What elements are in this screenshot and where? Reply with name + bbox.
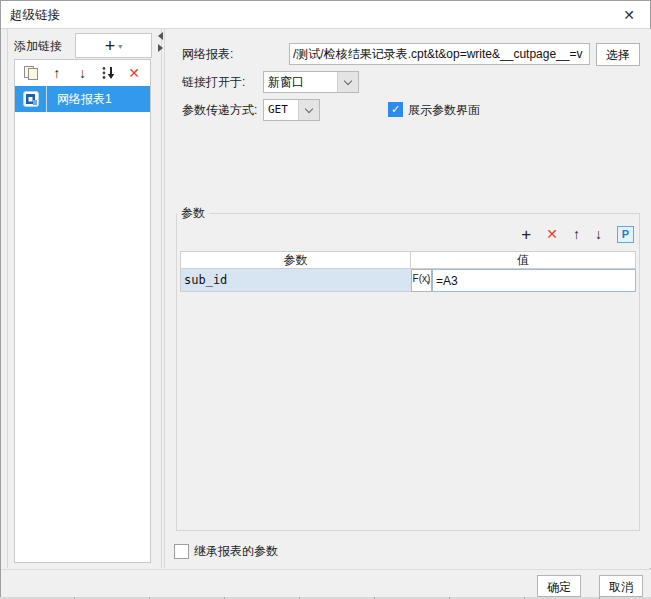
plus-icon: + [105,37,116,55]
cancel-button[interactable]: 取消 [599,575,643,597]
add-link-button[interactable]: + ▾ [75,33,152,58]
show-params-checkbox[interactable]: ✓ [388,102,403,117]
table-row: sub_id F(x)▾ [180,269,636,292]
list-item-web-report[interactable]: 网络报表1 [15,86,150,112]
params-toolbar: + ✕ ↑ ↓ P [521,221,634,247]
open-in-select[interactable]: 新窗口 [263,71,359,93]
param-down-icon[interactable]: ↓ [595,226,602,242]
choose-button[interactable]: 选择 [596,43,640,66]
hyperlink-dialog: 超级链接 ✕ 添加链接 + ▾ ↑ ↓ [0,0,651,597]
param-panel-toggle[interactable]: P [617,226,634,243]
param-column-header: 参数 [181,252,410,268]
link-list-panel: 添加链接 + ▾ ↑ ↓ [7,29,162,568]
add-link-label: 添加链接 [14,34,62,58]
value-column-header: 值 [410,252,635,268]
params-table-header: 参数 值 [180,251,636,269]
dialog-title: 超级链接 [10,1,60,29]
link-settings-panel: 网络报表: 选择 链接打开于: 新窗口 参数传递方式: GET ✓ 展示参数界面… [164,29,651,568]
method-value: GET [264,100,298,120]
screen: 超级链接 ✕ 添加链接 + ▾ ↑ ↓ [0,0,651,599]
chevron-down-icon [337,72,358,92]
method-label: 参数传递方式: [182,99,257,121]
param-value-input[interactable] [432,269,636,292]
show-params-label: 展示参数界面 [408,99,480,121]
open-in-label: 链接打开于: [182,71,245,93]
inherit-params-checkbox[interactable] [174,544,189,559]
inherit-params-label: 继承报表的参数 [194,541,278,561]
delete-param-icon[interactable]: ✕ [546,226,558,242]
report-path-input[interactable] [289,43,590,65]
copy-icon[interactable] [22,64,40,82]
title-bar: 超级链接 ✕ [1,1,650,29]
method-select[interactable]: GET [263,99,320,121]
footer-bar: 确定 取消 [1,569,651,598]
report-path-label: 网络报表: [182,43,233,65]
param-name-cell[interactable]: sub_id [181,269,411,291]
splitter-collapse-left-icon[interactable] [158,32,163,40]
caret-down-icon: ▾ [426,274,430,292]
report-icon [15,86,46,112]
chevron-down-icon [298,100,319,120]
sort-icon[interactable] [99,64,117,82]
delete-link-icon[interactable]: ✕ [125,64,143,82]
close-icon[interactable]: ✕ [612,1,646,29]
params-group-title: 参数 [177,205,209,221]
link-list-toolbar: ↑ ↓ ✕ [15,60,150,86]
add-param-icon[interactable]: + [521,226,531,243]
list-item-label: 网络报表1 [47,86,112,112]
formula-fx-button[interactable]: F(x)▾ [411,269,432,292]
caret-down-icon: ▾ [118,42,122,51]
link-listbox: ↑ ↓ ✕ [14,59,151,563]
splitter-expand-right-icon[interactable] [158,44,163,52]
open-in-value: 新窗口 [264,72,337,92]
ok-button[interactable]: 确定 [537,575,581,597]
param-up-icon[interactable]: ↑ [573,226,580,242]
move-up-icon[interactable]: ↑ [48,64,66,82]
move-down-icon[interactable]: ↓ [74,64,92,82]
